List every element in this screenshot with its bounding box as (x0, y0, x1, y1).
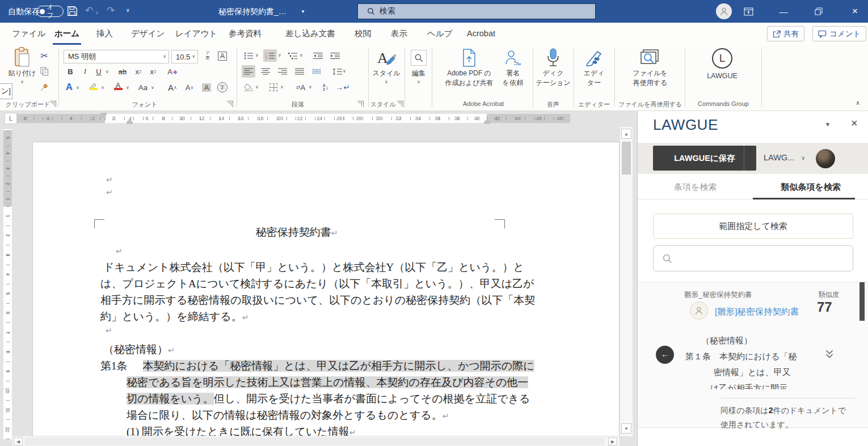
align-left-icon[interactable] (242, 65, 255, 78)
cut-icon[interactable]: ✂ (37, 49, 51, 62)
shrink-font-icon[interactable]: A∨ (183, 81, 196, 94)
vertical-ruler[interactable]: 54321 123456789101112 (3, 129, 12, 439)
highlight-dropdown-icon[interactable]: ∨ (101, 86, 104, 90)
distribute-icon[interactable] (310, 65, 323, 78)
clipboard-dialog-launcher[interactable] (50, 101, 56, 107)
align-center-icon[interactable] (259, 65, 272, 78)
styles-dropdown-icon[interactable]: ∨ (370, 80, 403, 84)
borders-icon[interactable] (267, 81, 280, 94)
copy-icon[interactable] (37, 65, 51, 78)
pane-options-dropdown-icon[interactable]: ▼ (825, 121, 831, 128)
horizontal-ruler[interactable]: 8642 24681012141618202224262830323436384… (14, 114, 570, 123)
tab-view[interactable]: 表示 (389, 23, 409, 45)
collapse-ribbon-icon[interactable]: ∧ (856, 99, 860, 107)
tab-review[interactable]: 校閲 (353, 23, 373, 45)
save-icon[interactable] (67, 6, 78, 16)
text-effects-icon[interactable]: A (62, 81, 76, 94)
increase-indent-icon[interactable] (328, 49, 342, 62)
asian-layout-dropdown-icon[interactable]: ∨ (309, 85, 312, 90)
expand-double-chevron-icon[interactable] (825, 349, 834, 359)
share-button[interactable]: 共有 (767, 26, 804, 41)
request-signatures-button[interactable]: x 署名 を依頼 (499, 47, 526, 88)
multilevel-dropdown-icon[interactable]: ∨ (300, 53, 303, 58)
text-effects-dropdown-icon[interactable]: ∨ (76, 86, 79, 90)
ribbon-display-options-button[interactable] (735, 0, 761, 23)
asian-layout-icon[interactable]: ⇄A (294, 81, 307, 94)
autosave-toggle[interactable]: オフ (36, 6, 64, 17)
tab-mailings[interactable]: 差し込み文書 (284, 23, 337, 45)
document-title[interactable]: 秘密保持契約書_… (218, 0, 286, 23)
tab-help[interactable]: ヘルプ (425, 23, 454, 45)
multilevel-list-icon[interactable] (286, 49, 300, 62)
styles-button[interactable]: A スタイル ∨ (370, 47, 403, 84)
close-button[interactable]: × (842, 0, 868, 23)
save-button-split-segment[interactable] (744, 146, 756, 171)
account-avatar[interactable] (816, 149, 835, 168)
adobe-pdf-button[interactable]: Adobe PDF の 作成および共有 (438, 47, 500, 88)
font-dialog-launcher[interactable] (227, 101, 233, 107)
paste-button[interactable]: 貼り付け ∨ (5, 47, 40, 84)
bullets-icon[interactable] (242, 49, 255, 62)
undo-icon[interactable]: ↶ (85, 5, 93, 16)
shading-dropdown-icon[interactable]: ∨ (255, 85, 259, 90)
character-border-icon[interactable]: A (216, 50, 229, 62)
change-case-dropdown-icon[interactable]: ∨ (151, 86, 154, 90)
redo-icon[interactable]: ↷ (107, 5, 115, 16)
back-to-document-button[interactable]: ← (656, 346, 674, 364)
horizontal-scroll-thumb[interactable] (25, 437, 605, 445)
quick-access-dropdown-icon[interactable]: ∨ (126, 7, 130, 13)
bullets-dropdown-icon[interactable]: ∨ (255, 53, 259, 58)
scroll-up-button[interactable]: ▲ (621, 129, 631, 139)
grow-font-icon[interactable]: A∧ (166, 81, 179, 94)
vertical-scroll-thumb[interactable] (622, 142, 631, 175)
numbering-dropdown-icon[interactable]: ∨ (278, 53, 281, 58)
tab-search-clauses[interactable]: 条項を検索 (638, 174, 753, 199)
undo-dropdown-icon[interactable]: ∨ (95, 10, 99, 15)
font-color-icon[interactable]: A (111, 80, 125, 92)
search-box[interactable]: 検索 (357, 3, 596, 19)
editing-dropdown-icon[interactable]: ∨ (406, 80, 431, 84)
user-avatar[interactable] (716, 3, 732, 19)
scroll-down-button[interactable]: ▼ (621, 423, 631, 434)
panel-search-input[interactable] (653, 245, 853, 271)
tab-insert[interactable]: 挿入 (95, 23, 115, 45)
tab-home[interactable]: ホーム (53, 23, 81, 45)
italic-icon[interactable]: I (78, 65, 92, 78)
paragraph-dialog-launcher[interactable] (357, 101, 364, 107)
superscript-icon[interactable]: x2 (146, 65, 160, 78)
reuse-files-button[interactable]: ファイルを 再使用する (627, 47, 673, 88)
underline-icon[interactable]: U (92, 65, 106, 78)
scroll-left-button[interactable]: ◀ (14, 437, 23, 445)
align-right-icon[interactable] (276, 65, 289, 78)
editor-button[interactable]: エディ ター (576, 47, 612, 88)
editing-button[interactable]: 編集 ∨ (406, 47, 431, 84)
styles-dialog-launcher[interactable] (397, 101, 403, 107)
borders-dropdown-icon[interactable]: ∨ (280, 85, 284, 90)
pane-close-icon[interactable]: × (851, 117, 858, 130)
tab-file[interactable]: ファイル (10, 23, 47, 45)
tab-selector-box[interactable]: L (5, 113, 17, 124)
change-case-icon[interactable]: Aa (136, 81, 150, 94)
document-vertical-scrollbar[interactable]: ▲ ▼ (620, 127, 633, 436)
account-dropdown-icon[interactable]: ∨ (801, 155, 805, 161)
scroll-right-button[interactable]: ▶ (608, 437, 617, 445)
document-page[interactable]: ↵ ↵ 秘密保持契約書↵ ↵ ドキュメント株式会社（以下「甲」という。）と株式会… (32, 142, 620, 436)
account-name[interactable]: LAWG... (764, 153, 794, 162)
comments-button[interactable]: コメント (812, 26, 866, 41)
line-spacing-dropdown-icon[interactable]: ∨ (343, 69, 346, 74)
subscript-icon[interactable]: x2 (132, 65, 145, 78)
tab-layout[interactable]: レイアウト (174, 23, 219, 45)
title-dropdown-icon[interactable]: ▼ (301, 9, 305, 14)
underline-dropdown-icon[interactable]: ∨ (106, 70, 109, 74)
font-color-dropdown-icon[interactable]: ∨ (126, 86, 129, 90)
character-shading-icon[interactable]: A (200, 81, 213, 94)
similar-clause-result-card[interactable]: 雛形_秘密保持契約書 類似度 [雛形]秘密保持契約書 77 （秘密情報） 第１条… (638, 282, 868, 428)
bold-icon[interactable]: B (64, 65, 77, 78)
phonetic-guide-icon[interactable]: ア亜 (201, 49, 214, 62)
tab-design[interactable]: デザイン (129, 23, 166, 45)
tab-acrobat[interactable]: Acrobat (465, 23, 497, 45)
font-name-combo[interactable]: MS 明朝∨ (64, 50, 169, 63)
save-to-lawgue-button[interactable]: LAWGUEに保存 (653, 146, 756, 171)
lawgue-button[interactable]: L LAWGUE (703, 47, 741, 80)
highlight-color-icon[interactable] (86, 80, 100, 92)
